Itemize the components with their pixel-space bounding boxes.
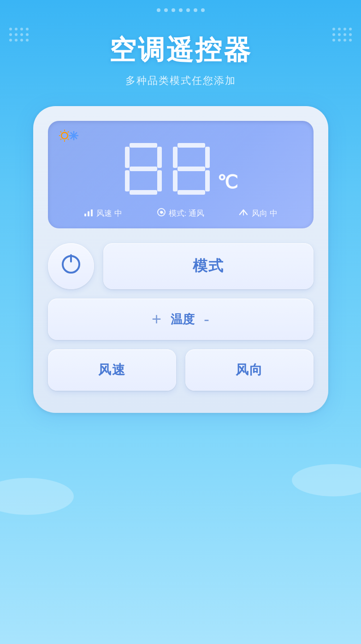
svg-text:A: A	[161, 210, 164, 215]
mode-label: 模式: 通风	[169, 208, 204, 219]
header: 空调遥控器 多种品类模式任您添加	[0, 0, 361, 88]
app-subtitle: 多种品类模式任您添加	[0, 74, 361, 88]
app-title: 空调遥控器	[0, 32, 361, 68]
temp-plus-sign: +	[152, 310, 161, 329]
remote-control: ℃ 风速 中 A	[33, 106, 328, 413]
svg-point-13	[72, 134, 75, 137]
row-wind: 风速 风向	[48, 349, 314, 391]
svg-rect-15	[88, 211, 89, 216]
row-power-mode: 模式	[48, 243, 314, 289]
power-button[interactable]	[48, 243, 94, 289]
wind-dir-status: 风向 中	[239, 208, 278, 219]
ac-mode-icon	[59, 129, 79, 145]
wind-dir-button[interactable]: 风向	[185, 349, 314, 391]
row-temperature: + 温度 -	[48, 298, 314, 340]
cloud-right	[292, 464, 361, 496]
wind-speed-icon	[83, 208, 94, 219]
temp-digit-left	[123, 141, 164, 197]
svg-rect-14	[84, 214, 86, 216]
cloud-left	[0, 478, 74, 515]
temperature-display: ℃	[63, 132, 299, 204]
wind-speed-button[interactable]: 风速	[48, 349, 176, 391]
svg-rect-16	[91, 209, 93, 216]
temp-digit-right	[171, 141, 212, 197]
wind-speed-status: 风速 中	[83, 208, 122, 219]
svg-point-0	[61, 132, 68, 139]
svg-point-17	[158, 209, 165, 216]
svg-line-8	[68, 139, 69, 140]
mode-icon: A	[157, 208, 166, 219]
svg-point-18	[160, 211, 163, 214]
power-icon	[62, 255, 80, 278]
temp-minus-sign: -	[204, 310, 209, 329]
mode-status: A 模式: 通风	[157, 208, 204, 219]
buttons-section: 模式 + 温度 - 风速 风向	[48, 243, 314, 391]
temperature-button[interactable]: + 温度 -	[48, 298, 314, 340]
wind-dir-label: 风向 中	[252, 208, 278, 219]
svg-line-6	[68, 131, 69, 132]
mode-button[interactable]: 模式	[103, 243, 314, 289]
svg-line-7	[60, 139, 61, 140]
status-bar: 风速 中 A 模式: 通风	[63, 208, 299, 219]
display-screen: ℃ 风速 中 A	[48, 121, 314, 228]
wind-speed-label: 风速 中	[96, 208, 122, 219]
wind-dir-icon	[239, 208, 249, 219]
celsius-unit: ℃	[217, 172, 238, 193]
temp-label: 温度	[171, 311, 195, 328]
svg-line-5	[60, 131, 61, 132]
